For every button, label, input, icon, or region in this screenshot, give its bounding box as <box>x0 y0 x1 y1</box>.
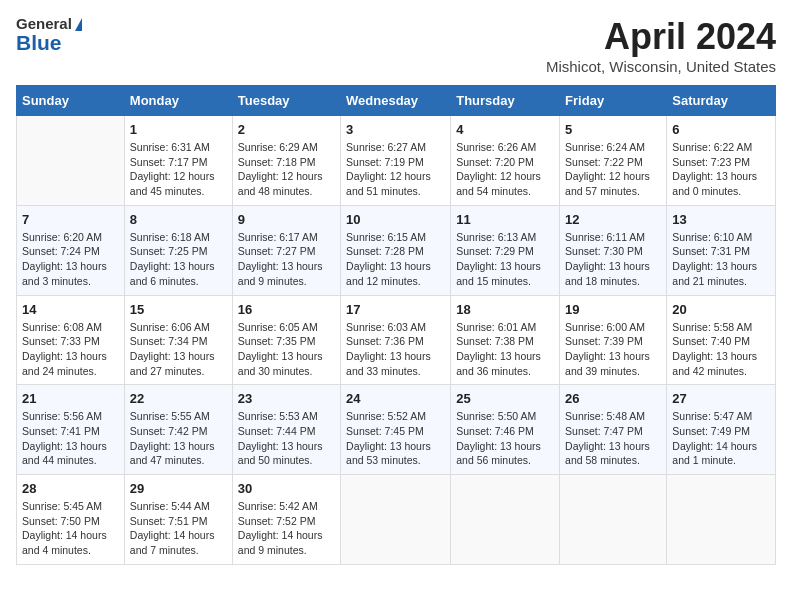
day-number: 29 <box>130 481 227 496</box>
day-number: 11 <box>456 212 554 227</box>
day-info: Sunrise: 6:26 AMSunset: 7:20 PMDaylight:… <box>456 140 554 199</box>
day-number: 28 <box>22 481 119 496</box>
day-info: Sunrise: 6:22 AMSunset: 7:23 PMDaylight:… <box>672 140 770 199</box>
calendar-cell: 5Sunrise: 6:24 AMSunset: 7:22 PMDaylight… <box>560 116 667 206</box>
day-number: 19 <box>565 302 661 317</box>
calendar-cell <box>451 475 560 565</box>
day-number: 25 <box>456 391 554 406</box>
day-number: 13 <box>672 212 770 227</box>
day-info: Sunrise: 6:29 AMSunset: 7:18 PMDaylight:… <box>238 140 335 199</box>
day-number: 17 <box>346 302 445 317</box>
calendar-cell: 19Sunrise: 6:00 AMSunset: 7:39 PMDayligh… <box>560 295 667 385</box>
calendar-cell: 21Sunrise: 5:56 AMSunset: 7:41 PMDayligh… <box>17 385 125 475</box>
day-info: Sunrise: 6:13 AMSunset: 7:29 PMDaylight:… <box>456 230 554 289</box>
calendar-cell: 25Sunrise: 5:50 AMSunset: 7:46 PMDayligh… <box>451 385 560 475</box>
day-number: 24 <box>346 391 445 406</box>
day-info: Sunrise: 5:55 AMSunset: 7:42 PMDaylight:… <box>130 409 227 468</box>
calendar-cell: 17Sunrise: 6:03 AMSunset: 7:36 PMDayligh… <box>341 295 451 385</box>
calendar-cell: 7Sunrise: 6:20 AMSunset: 7:24 PMDaylight… <box>17 205 125 295</box>
calendar-cell: 1Sunrise: 6:31 AMSunset: 7:17 PMDaylight… <box>124 116 232 206</box>
calendar-cell <box>17 116 125 206</box>
calendar-cell: 24Sunrise: 5:52 AMSunset: 7:45 PMDayligh… <box>341 385 451 475</box>
calendar-cell: 30Sunrise: 5:42 AMSunset: 7:52 PMDayligh… <box>232 475 340 565</box>
day-number: 14 <box>22 302 119 317</box>
day-info: Sunrise: 6:24 AMSunset: 7:22 PMDaylight:… <box>565 140 661 199</box>
calendar-cell: 26Sunrise: 5:48 AMSunset: 7:47 PMDayligh… <box>560 385 667 475</box>
day-info: Sunrise: 5:48 AMSunset: 7:47 PMDaylight:… <box>565 409 661 468</box>
calendar-body: 1Sunrise: 6:31 AMSunset: 7:17 PMDaylight… <box>17 116 776 565</box>
day-info: Sunrise: 5:56 AMSunset: 7:41 PMDaylight:… <box>22 409 119 468</box>
day-number: 6 <box>672 122 770 137</box>
day-info: Sunrise: 6:17 AMSunset: 7:27 PMDaylight:… <box>238 230 335 289</box>
day-info: Sunrise: 6:27 AMSunset: 7:19 PMDaylight:… <box>346 140 445 199</box>
calendar-cell: 16Sunrise: 6:05 AMSunset: 7:35 PMDayligh… <box>232 295 340 385</box>
column-header-sunday: Sunday <box>17 86 125 116</box>
calendar-week-row: 28Sunrise: 5:45 AMSunset: 7:50 PMDayligh… <box>17 475 776 565</box>
page-header: General Blue April 2024 Mishicot, Wiscon… <box>16 16 776 75</box>
calendar-week-row: 14Sunrise: 6:08 AMSunset: 7:33 PMDayligh… <box>17 295 776 385</box>
day-info: Sunrise: 6:03 AMSunset: 7:36 PMDaylight:… <box>346 320 445 379</box>
day-number: 21 <box>22 391 119 406</box>
day-number: 18 <box>456 302 554 317</box>
day-number: 8 <box>130 212 227 227</box>
calendar-cell: 23Sunrise: 5:53 AMSunset: 7:44 PMDayligh… <box>232 385 340 475</box>
calendar-cell: 28Sunrise: 5:45 AMSunset: 7:50 PMDayligh… <box>17 475 125 565</box>
calendar-cell <box>667 475 776 565</box>
day-number: 1 <box>130 122 227 137</box>
calendar-cell: 10Sunrise: 6:15 AMSunset: 7:28 PMDayligh… <box>341 205 451 295</box>
day-info: Sunrise: 5:50 AMSunset: 7:46 PMDaylight:… <box>456 409 554 468</box>
logo-blue-text: Blue <box>16 31 82 54</box>
day-number: 2 <box>238 122 335 137</box>
day-info: Sunrise: 6:06 AMSunset: 7:34 PMDaylight:… <box>130 320 227 379</box>
calendar-cell: 13Sunrise: 6:10 AMSunset: 7:31 PMDayligh… <box>667 205 776 295</box>
day-number: 30 <box>238 481 335 496</box>
day-info: Sunrise: 6:05 AMSunset: 7:35 PMDaylight:… <box>238 320 335 379</box>
column-header-friday: Friday <box>560 86 667 116</box>
day-info: Sunrise: 5:58 AMSunset: 7:40 PMDaylight:… <box>672 320 770 379</box>
day-number: 3 <box>346 122 445 137</box>
day-number: 9 <box>238 212 335 227</box>
calendar-cell <box>560 475 667 565</box>
day-number: 15 <box>130 302 227 317</box>
calendar-cell: 29Sunrise: 5:44 AMSunset: 7:51 PMDayligh… <box>124 475 232 565</box>
day-number: 16 <box>238 302 335 317</box>
day-info: Sunrise: 6:18 AMSunset: 7:25 PMDaylight:… <box>130 230 227 289</box>
day-number: 26 <box>565 391 661 406</box>
day-number: 22 <box>130 391 227 406</box>
day-info: Sunrise: 5:44 AMSunset: 7:51 PMDaylight:… <box>130 499 227 558</box>
logo-triangle-icon <box>75 18 82 31</box>
calendar-cell: 9Sunrise: 6:17 AMSunset: 7:27 PMDaylight… <box>232 205 340 295</box>
day-number: 23 <box>238 391 335 406</box>
day-info: Sunrise: 5:47 AMSunset: 7:49 PMDaylight:… <box>672 409 770 468</box>
day-info: Sunrise: 5:53 AMSunset: 7:44 PMDaylight:… <box>238 409 335 468</box>
day-number: 27 <box>672 391 770 406</box>
day-number: 10 <box>346 212 445 227</box>
calendar-cell <box>341 475 451 565</box>
logo: General Blue <box>16 16 82 54</box>
location-text: Mishicot, Wisconsin, United States <box>546 58 776 75</box>
calendar-table: SundayMondayTuesdayWednesdayThursdayFrid… <box>16 85 776 565</box>
calendar-week-row: 7Sunrise: 6:20 AMSunset: 7:24 PMDaylight… <box>17 205 776 295</box>
day-number: 20 <box>672 302 770 317</box>
calendar-cell: 14Sunrise: 6:08 AMSunset: 7:33 PMDayligh… <box>17 295 125 385</box>
day-number: 4 <box>456 122 554 137</box>
day-info: Sunrise: 6:31 AMSunset: 7:17 PMDaylight:… <box>130 140 227 199</box>
column-header-monday: Monday <box>124 86 232 116</box>
calendar-week-row: 21Sunrise: 5:56 AMSunset: 7:41 PMDayligh… <box>17 385 776 475</box>
calendar-cell: 8Sunrise: 6:18 AMSunset: 7:25 PMDaylight… <box>124 205 232 295</box>
day-info: Sunrise: 6:10 AMSunset: 7:31 PMDaylight:… <box>672 230 770 289</box>
day-number: 12 <box>565 212 661 227</box>
day-info: Sunrise: 6:00 AMSunset: 7:39 PMDaylight:… <box>565 320 661 379</box>
calendar-cell: 22Sunrise: 5:55 AMSunset: 7:42 PMDayligh… <box>124 385 232 475</box>
day-info: Sunrise: 6:01 AMSunset: 7:38 PMDaylight:… <box>456 320 554 379</box>
calendar-header-row: SundayMondayTuesdayWednesdayThursdayFrid… <box>17 86 776 116</box>
calendar-cell: 12Sunrise: 6:11 AMSunset: 7:30 PMDayligh… <box>560 205 667 295</box>
calendar-cell: 6Sunrise: 6:22 AMSunset: 7:23 PMDaylight… <box>667 116 776 206</box>
day-number: 7 <box>22 212 119 227</box>
day-info: Sunrise: 6:15 AMSunset: 7:28 PMDaylight:… <box>346 230 445 289</box>
calendar-cell: 18Sunrise: 6:01 AMSunset: 7:38 PMDayligh… <box>451 295 560 385</box>
title-block: April 2024 Mishicot, Wisconsin, United S… <box>546 16 776 75</box>
month-title: April 2024 <box>546 16 776 58</box>
day-info: Sunrise: 6:20 AMSunset: 7:24 PMDaylight:… <box>22 230 119 289</box>
calendar-cell: 15Sunrise: 6:06 AMSunset: 7:34 PMDayligh… <box>124 295 232 385</box>
